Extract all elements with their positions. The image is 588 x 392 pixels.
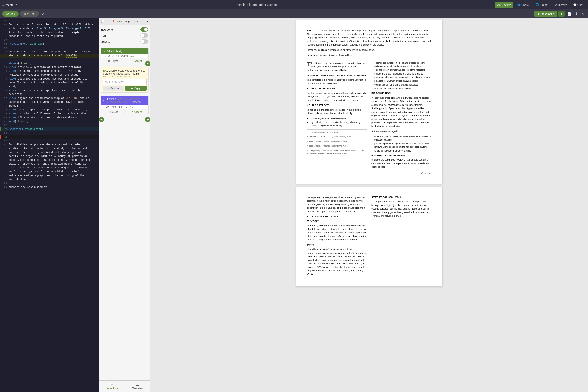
resolve-button[interactable]: ✓ Resolve [102, 86, 124, 91]
chat-reply-input[interactable]: Hit Enter to reply [102, 79, 146, 85]
line-78: 78 \item be a single paragraph of less t… [0, 108, 99, 112]
line-66: 66 For the authors' names, indicate diff… [0, 23, 99, 27]
editor-content[interactable]: 65 66 For the authors' names, indicate d… [0, 18, 99, 392]
preview-col-left: T his Genetics journal template is provi… [307, 61, 367, 170]
abstract-note: Please see additional guidelines note on… [307, 48, 432, 52]
cite-bullet-3: to cite similar work in other organisms. [374, 149, 432, 152]
guests-toggle[interactable] [140, 39, 148, 44]
expand-editor-button[interactable]: ⤢ [40, 11, 46, 16]
chat-btn-row: ✓ Resolve ↩ Reply [102, 86, 146, 91]
everyone-label: Everyone [101, 28, 113, 31]
expand-preview-button[interactable]: ⤡ [581, 11, 586, 16]
intro-body: In individual organisms where a mutant i… [371, 96, 432, 128]
history-icon: ↺ [555, 3, 557, 6]
next-item-button[interactable]: ▶ [145, 117, 150, 122]
topbar: ☰ Menu ↩ Template for preparing your su.… [0, 0, 588, 10]
comment-header: ✏ Added ideally [101, 48, 148, 54]
download-icon-button[interactable]: ⬇ [574, 11, 580, 17]
resolve-icon: ✓ [107, 87, 110, 90]
line-88: 88 [0, 182, 99, 185]
page2-intro: the experimental analysis could be repea… [307, 196, 367, 214]
editor-panel: 65 66 For the authors' names, indicate d… [0, 18, 99, 392]
submit-button[interactable]: 🌐 Submit [533, 2, 551, 8]
abstract-bullets: provide a synopsis of the entire article… [307, 117, 367, 127]
preview-page-1: ABSTRACT The abstract should be written … [296, 20, 442, 184]
history-button[interactable]: ↺ History [552, 2, 569, 8]
reply-button[interactable]: ↩ Reply [125, 86, 147, 91]
preview-page2-columns: the experimental analysis could be repea… [307, 196, 432, 278]
line-87g: background on the importance of the gene… [0, 166, 99, 170]
added-comment-card: ✏ Added ideally Jan 22, 2019 10:45 PM • … [100, 48, 148, 64]
line-80: 80 \item NOT contain citations or abbrev… [0, 116, 99, 120]
chat-bubble-icon: 💬 [101, 20, 104, 23]
line-74: 74 \item begin with the broad context of… [0, 69, 99, 73]
line-87c: must be clear to a geneticist not studyi… [0, 150, 99, 154]
line-68: 68 \section{Your Abstract} [0, 42, 99, 46]
guests-toggle-row: Guests [101, 38, 148, 44]
preview-panel[interactable]: ABSTRACT The abstract should be written … [150, 18, 588, 392]
affiliations-title: Author Affiliations [307, 87, 367, 90]
save-icon-button[interactable]: 📄 [566, 11, 573, 17]
source-tab[interactable]: Source [2, 11, 19, 16]
preview-col-right: describe the purpose, methods and proced… [371, 61, 432, 170]
statistical-text: It is important to indicate that statist… [371, 200, 432, 218]
deleted-actions: ✕ Reject ✓ Accept [101, 109, 148, 114]
line-84: 84 [0, 131, 99, 135]
prev-change-button[interactable]: ◀ [99, 117, 104, 122]
ab-icon: Ab [103, 99, 106, 102]
topbar-actions: Ab Review 👥 Share 🌐 Submit ↺ History 💬 C… [494, 2, 586, 8]
rich-text-tab[interactable]: Rich Text [20, 11, 39, 16]
line-70b: abstract above, your abstract should ide… [0, 54, 99, 58]
next-change-button[interactable]: ▼ [145, 61, 150, 66]
line-87h: and/or phenotype should be provided in a… [0, 170, 99, 174]
track-status: Track changes is on [112, 20, 138, 23]
line-79: 79 \item contain the full name of the or… [0, 112, 99, 116]
right-bullet-3: engage the broad readership of GENETICS … [374, 72, 432, 79]
preview-page-2: the experimental analysis could be repea… [296, 187, 442, 286]
back-button[interactable]: ↩ [14, 3, 17, 6]
guide-text: This template is provided to help you pr… [307, 78, 367, 85]
show-all-link[interactable]: [show all] [130, 100, 141, 104]
share-button[interactable]: 👥 Share [514, 2, 532, 8]
recompile-dropdown-button[interactable]: ▼ [558, 11, 564, 17]
guests-label: Guests [101, 40, 110, 43]
overview-icon: ☰ [136, 382, 139, 386]
line-86: 86 [0, 139, 99, 143]
chat-button[interactable]: 💬 Chat [570, 2, 586, 8]
page2-col-left: the experimental analysis could be repea… [307, 196, 367, 278]
reject-button[interactable]: ✕ Reject [101, 58, 125, 64]
review-button[interactable]: Ab Review [494, 2, 513, 8]
line-83: 83 \section{Introduction} [0, 127, 99, 131]
menu-button[interactable]: ☰ Menu [2, 3, 13, 6]
line-73: 73 \item provide a synopsis of the entir… [0, 65, 99, 69]
line-66c: After four authors, the symbols double, … [0, 30, 99, 34]
line-82: 82 [0, 123, 99, 127]
line-77c: jargon); [0, 104, 99, 108]
track-dropdown-icon[interactable]: ▾ [147, 20, 148, 23]
recompile-button[interactable]: ↻ Recompile [534, 11, 557, 17]
right-bullets: describe the purpose, methods and proced… [371, 61, 432, 90]
affiliations-text: For the authors' names, indicate differe… [307, 91, 367, 102]
track-on-indicator [112, 20, 114, 22]
line-76: 76 \item emphasize new or important aspe… [0, 88, 99, 92]
line-75b: core findings and results, and conclusio… [0, 81, 99, 85]
current-file-tab[interactable]: 📄 Current file [99, 380, 125, 392]
menu-icon: ☰ [2, 3, 5, 6]
deleted-reject-button[interactable]: ✕ Reject [101, 110, 125, 114]
abstract-section-body: In addition to the guidelines provided i… [307, 108, 367, 115]
review-icon: Ab [497, 3, 500, 6]
main-area: 65 66 For the authors' names, indicate d… [0, 18, 588, 392]
right-bullet-1: describe the purpose, methods and proced… [374, 61, 432, 68]
deleted-header: Ab Deleted For the introduction, authors… [101, 96, 148, 105]
overview-tab[interactable]: ☰ Overview [125, 380, 150, 392]
recompile-area: ↻ Recompile ▼ 📄 ⬇ ⤡ [534, 11, 586, 17]
everyone-toggle[interactable] [140, 27, 148, 32]
intro-dropcap-para: T his Genetics journal template is provi… [307, 61, 367, 72]
you-toggle[interactable] [140, 33, 148, 38]
statistical-title: Statistical Analysis [371, 196, 432, 199]
deleted-accept-button[interactable]: ✓ Accept [125, 110, 148, 114]
materials-text: Manuscripts submitted to GENETICS should… [371, 158, 432, 169]
accept-button[interactable]: ✓ Accept [125, 58, 148, 64]
line-81: 81 \end{itemize} [0, 120, 99, 123]
track-label: Track changes is on [116, 20, 138, 23]
